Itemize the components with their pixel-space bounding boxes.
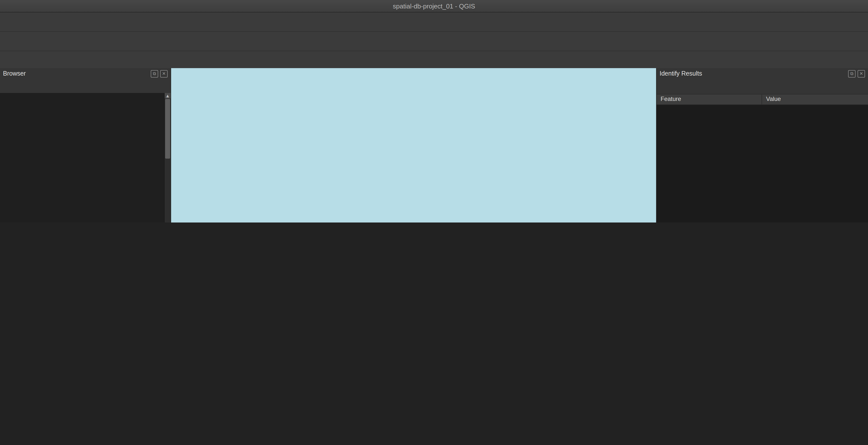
float-panel-icon[interactable]: ⧉ bbox=[848, 70, 856, 77]
identify-results-panel: Identify Results ⧉ ✕ Feature Value Mode … bbox=[656, 68, 868, 222]
identify-columns: Feature Value bbox=[657, 94, 868, 105]
title-bar: spatial-db-project_01 - QGIS bbox=[0, 0, 868, 12]
toolbar-digitizing bbox=[0, 32, 868, 51]
left-dock: Browser ⧉ ✕ ▲ ▼ ◀ ▶ bbox=[0, 68, 171, 222]
zoom-window-button[interactable] bbox=[25, 3, 31, 9]
map-canvas[interactable] bbox=[171, 68, 656, 222]
identify-results-body[interactable] bbox=[657, 105, 868, 222]
minimize-window-button[interactable] bbox=[15, 3, 21, 9]
float-panel-icon[interactable]: ⧉ bbox=[151, 70, 158, 77]
browser-vscrollbar[interactable]: ▲ ▼ bbox=[164, 93, 170, 222]
close-window-button[interactable] bbox=[5, 3, 11, 9]
column-value[interactable]: Value bbox=[762, 94, 785, 104]
identify-toolbar bbox=[657, 79, 868, 94]
toolbar-main bbox=[0, 12, 868, 32]
browser-panel: Browser ⧉ ✕ ▲ ▼ ◀ ▶ bbox=[0, 68, 170, 222]
browser-tree[interactable]: ▲ ▼ ◀ ▶ bbox=[0, 93, 170, 222]
close-panel-icon[interactable]: ✕ bbox=[858, 70, 865, 77]
column-feature[interactable]: Feature bbox=[657, 94, 762, 104]
browser-toolbar bbox=[0, 79, 170, 93]
identify-panel-title: Identify Results bbox=[659, 70, 702, 77]
browser-panel-title: Browser bbox=[3, 70, 26, 77]
window-title: spatial-db-project_01 - QGIS bbox=[0, 2, 868, 10]
close-panel-icon[interactable]: ✕ bbox=[160, 70, 167, 77]
qgis-window: spatial-db-project_01 - QGIS Browser ⧉ ✕… bbox=[0, 0, 868, 222]
toolbar-plugins bbox=[0, 51, 868, 69]
